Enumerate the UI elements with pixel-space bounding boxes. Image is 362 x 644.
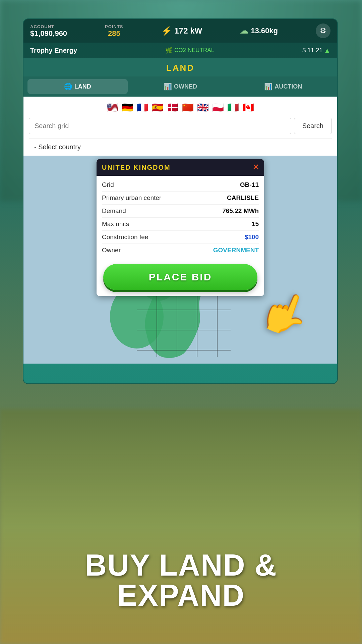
tabs-row: 🌐 LAND 📊 OWNED 📊 AUCTION bbox=[23, 76, 337, 97]
search-panel: 🇺🇸 🇩🇪 🇫🇷 🇪🇸 🇩🇰 🇨🇳 🇬🇧 🇵🇱 🇮🇹 🇨🇦 Search - S… bbox=[23, 97, 337, 156]
info-row-fee: Construction fee $100 bbox=[102, 231, 259, 244]
units-value: 15 bbox=[252, 220, 259, 228]
co2-section: ☁ 13.60kg bbox=[240, 26, 278, 36]
search-button[interactable]: Search bbox=[294, 118, 332, 134]
flag-de[interactable]: 🇩🇪 bbox=[122, 102, 133, 113]
info-row-grid: Grid GB-11 bbox=[102, 178, 259, 192]
auction-tab-icon: 📊 bbox=[264, 83, 273, 91]
tab-owned-label: OWNED bbox=[174, 83, 197, 90]
app-container: ACCOUNT $1,090,960 POINTS 285 ⚡ 172 kW ☁… bbox=[23, 18, 338, 384]
bid-btn-container: PLACE BID bbox=[97, 259, 264, 296]
info-popup: UNITED KINGDOM ✕ Grid GB-11 Primary urba… bbox=[97, 159, 264, 296]
panel-title: LAND bbox=[23, 58, 337, 76]
owner-value: GOVERNMENT bbox=[213, 247, 259, 254]
bottom-text: BUY LAND & EXPAND bbox=[0, 550, 362, 610]
units-label: Max units bbox=[102, 220, 129, 228]
country-select[interactable]: - Select country bbox=[29, 138, 332, 156]
up-arrow-icon: ▲ bbox=[324, 47, 330, 54]
gear-button[interactable]: ⚙ bbox=[316, 23, 330, 38]
land-panel: LAND 🌐 LAND 📊 OWNED 📊 AUCTION 🇺🇸 🇩🇪 🇫 bbox=[23, 58, 337, 364]
co2-neutral-label: CO2 NEUTRAL bbox=[174, 47, 214, 54]
search-row: Search bbox=[29, 118, 332, 134]
grid-value: GB-11 bbox=[240, 181, 259, 189]
points-value: 285 bbox=[108, 29, 120, 38]
place-bid-button[interactable]: PLACE BID bbox=[103, 264, 257, 290]
gear-icon: ⚙ bbox=[320, 26, 326, 35]
account-value: $1,090,960 bbox=[30, 29, 67, 38]
co2-neutral-section: 🌿 CO2 NEUTRAL bbox=[165, 47, 214, 54]
status-bar: ACCOUNT $1,090,960 POINTS 285 ⚡ 172 kW ☁… bbox=[23, 19, 337, 43]
points-label: POINTS bbox=[105, 24, 123, 29]
flag-gb[interactable]: 🇬🇧 bbox=[197, 102, 209, 113]
power-value: 172 kW bbox=[175, 26, 202, 36]
urban-label: Primary urban center bbox=[102, 194, 161, 202]
close-button[interactable]: ✕ bbox=[253, 163, 259, 172]
money-value: $ 11.21 bbox=[302, 47, 322, 54]
tab-land[interactable]: 🌐 LAND bbox=[27, 79, 128, 94]
demand-value: 765.22 MWh bbox=[222, 207, 259, 215]
tab-land-label: LAND bbox=[74, 83, 91, 90]
flag-it[interactable]: 🇮🇹 bbox=[227, 102, 239, 113]
account-section: ACCOUNT $1,090,960 bbox=[30, 24, 67, 38]
buy-land-line2: EXPAND bbox=[0, 580, 362, 610]
buy-land-line1: BUY LAND & bbox=[0, 550, 362, 580]
popup-title: UNITED KINGDOM bbox=[102, 164, 171, 171]
info-row-demand: Demand 765.22 MWh bbox=[102, 205, 259, 218]
cloud-icon: ☁ bbox=[240, 26, 248, 36]
points-section: POINTS 285 bbox=[105, 24, 123, 38]
co2-value: 13.60kg bbox=[251, 26, 278, 35]
fee-value: $100 bbox=[245, 233, 259, 241]
account-label: ACCOUNT bbox=[30, 24, 54, 29]
popup-header: UNITED KINGDOM ✕ bbox=[97, 159, 264, 176]
grid-label: Grid bbox=[102, 181, 114, 189]
fee-label: Construction fee bbox=[102, 233, 148, 241]
tab-auction[interactable]: 📊 AUCTION bbox=[233, 79, 333, 94]
info-row-urban: Primary urban center CARLISLE bbox=[102, 192, 259, 205]
tab-auction-label: AUCTION bbox=[275, 83, 302, 90]
leaf-icon: 🌿 bbox=[165, 47, 172, 54]
popup-body: Grid GB-11 Primary urban center CARLISLE… bbox=[97, 176, 264, 259]
flag-es[interactable]: 🇪🇸 bbox=[152, 102, 164, 113]
bolt-icon: ⚡ bbox=[161, 26, 172, 36]
demand-label: Demand bbox=[102, 207, 126, 215]
flag-ca[interactable]: 🇨🇦 bbox=[242, 102, 254, 113]
money-section: $ 11.21 ▲ bbox=[302, 47, 330, 54]
flag-pl[interactable]: 🇵🇱 bbox=[212, 102, 224, 113]
flags-row: 🇺🇸 🇩🇪 🇫🇷 🇪🇸 🇩🇰 🇨🇳 🇬🇧 🇵🇱 🇮🇹 🇨🇦 bbox=[29, 102, 332, 113]
map-area: UNITED KINGDOM ✕ Grid GB-11 Primary urba… bbox=[23, 156, 337, 364]
power-section: ⚡ 172 kW bbox=[161, 26, 202, 36]
info-row-units: Max units 15 bbox=[102, 218, 259, 231]
flag-dk[interactable]: 🇩🇰 bbox=[167, 102, 179, 113]
search-input[interactable] bbox=[29, 118, 291, 134]
flag-cn[interactable]: 🇨🇳 bbox=[182, 102, 194, 113]
info-row-owner: Owner GOVERNMENT bbox=[102, 244, 259, 257]
flag-us[interactable]: 🇺🇸 bbox=[107, 102, 118, 113]
urban-value: CARLISLE bbox=[227, 194, 259, 202]
company-name: Trophy Energy bbox=[30, 47, 77, 54]
flag-fr[interactable]: 🇫🇷 bbox=[137, 102, 148, 113]
owned-tab-icon: 📊 bbox=[164, 83, 172, 91]
secondary-bar: Trophy Energy 🌿 CO2 NEUTRAL $ 11.21 ▲ bbox=[23, 43, 337, 58]
owner-label: Owner bbox=[102, 247, 121, 254]
land-tab-icon: 🌐 bbox=[64, 83, 72, 91]
tab-owned[interactable]: 📊 OWNED bbox=[130, 79, 231, 94]
